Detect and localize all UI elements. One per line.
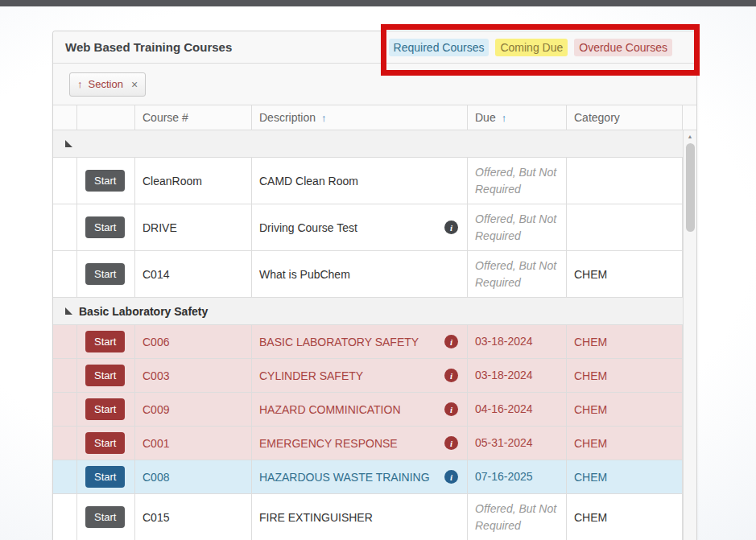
group-row[interactable] [53, 130, 696, 158]
table-row: Start C001 EMERGENCY RESPONSE i 05-31-20… [53, 427, 696, 460]
expand-cell [53, 251, 77, 297]
scrollbar-up-arrow[interactable]: ▲ [684, 130, 696, 142]
start-button[interactable]: Start [85, 216, 125, 238]
start-button[interactable]: Start [85, 331, 125, 352]
start-button[interactable]: Start [85, 432, 125, 454]
course-description: EMERGENCY RESPONSE [259, 437, 398, 450]
due-date: 03-18-2024 [468, 359, 567, 392]
expand-cell [53, 460, 77, 493]
description-cell: CYLINDER SAFETY i [252, 359, 468, 392]
header-category-label: Category [574, 111, 620, 124]
due-date: 03-18-2024 [468, 325, 567, 358]
due-date: 07-16-2025 [468, 460, 567, 493]
course-description: CAMD Clean Room [259, 175, 358, 188]
description-cell: EMERGENCY RESPONSE i [252, 427, 468, 460]
table-row: Start DRIVE Driving Course Test i Offere… [53, 204, 696, 251]
start-button[interactable]: Start [85, 263, 125, 285]
due-date: 04-16-2024 [468, 393, 567, 426]
training-courses-panel: Web Based Training Courses Required Cour… [52, 31, 697, 540]
group-name: Basic Laboratory Safety [79, 305, 208, 318]
info-icon[interactable]: i [444, 402, 458, 416]
expand-cell [53, 393, 77, 426]
info-icon[interactable]: i [444, 369, 458, 382]
course-description: What is PubChem [259, 268, 350, 281]
course-number: DRIVE [135, 204, 252, 250]
category: CHEM [567, 427, 683, 460]
course-description: Driving Course Test [259, 221, 357, 234]
category: CHEM [567, 325, 683, 358]
action-cell: Start [77, 494, 135, 540]
action-cell: Start [77, 251, 135, 297]
group-row[interactable]: Basic Laboratory Safety [53, 298, 696, 325]
course-number: C009 [135, 393, 252, 426]
header-category[interactable]: Category [567, 105, 683, 130]
collapse-icon[interactable] [65, 140, 72, 147]
header-description-label: Description [259, 111, 316, 124]
expand-cell [53, 158, 77, 204]
start-button[interactable]: Start [85, 365, 125, 386]
chip-close-icon[interactable]: × [131, 78, 138, 91]
header-course-label: Course # [143, 111, 188, 124]
table-row: Start C008 HAZARDOUS WASTE TRAINING i 07… [53, 460, 696, 494]
info-icon[interactable]: i [444, 335, 458, 348]
action-cell: Start [77, 359, 135, 392]
info-icon[interactable]: i [444, 436, 458, 450]
category: CHEM [567, 359, 683, 392]
table-row: Start C006 BASIC LABORATORY SAFETY i 03-… [53, 325, 696, 359]
action-cell: Start [77, 460, 135, 493]
header-description[interactable]: Description ↑ [252, 105, 468, 130]
start-button[interactable]: Start [85, 170, 125, 192]
table-body: Start CleanRoom CAMD Clean Room i Offere… [53, 130, 696, 540]
legend-overdue-courses: Overdue Courses [574, 39, 672, 56]
start-button[interactable]: Start [85, 398, 125, 420]
vertical-scrollbar[interactable]: ▲ [683, 130, 696, 540]
table-row: Start C009 HAZARD COMMINICATION i 04-16-… [53, 393, 696, 427]
expand-cell [53, 359, 77, 392]
sort-ascending-icon[interactable]: ↑ [77, 78, 83, 90]
due-date: Offered, But Not Required [468, 204, 567, 250]
due-date: Offered, But Not Required [468, 251, 567, 297]
course-number: C014 [135, 251, 252, 297]
category: CHEM [567, 460, 683, 493]
due-date: Offered, But Not Required [468, 494, 567, 540]
header-due[interactable]: Due ↑ [468, 105, 567, 130]
header-course-number[interactable]: Course # [135, 105, 252, 130]
category: CHEM [567, 393, 683, 426]
expand-cell [53, 427, 77, 460]
legend-coming-due: Coming Due [495, 39, 568, 56]
description-cell: Driving Course Test i [252, 204, 468, 250]
info-icon[interactable]: i [444, 221, 458, 234]
action-cell: Start [77, 158, 135, 204]
info-icon[interactable]: i [444, 470, 458, 484]
course-number: C015 [135, 494, 252, 540]
start-button[interactable]: Start [85, 506, 125, 528]
description-cell: FIRE EXTINGUISHER i [252, 494, 468, 540]
description-cell: CAMD Clean Room i [252, 158, 468, 204]
course-number: C003 [135, 359, 252, 392]
table-header-row: Course # Description ↑ Due ↑ Category [53, 105, 696, 130]
course-number: CleanRoom [135, 158, 252, 204]
sort-ascending-icon: ↑ [321, 112, 327, 124]
start-button[interactable]: Start [85, 466, 125, 488]
course-description: BASIC LABORATORY SAFETY [259, 336, 419, 348]
legend: Required Courses Coming Due Overdue Cour… [389, 39, 672, 56]
action-cell: Start [77, 204, 135, 250]
header-expand-column [53, 105, 77, 130]
description-cell: What is PubChem i [252, 251, 468, 297]
group-chip-section[interactable]: ↑ Section × [69, 72, 146, 97]
table-row: Start C003 CYLINDER SAFETY i 03-18-2024 … [53, 359, 696, 393]
course-number: C008 [135, 460, 252, 493]
grouping-toolbar: ↑ Section × [53, 64, 696, 105]
course-description: CYLINDER SAFETY [259, 369, 363, 382]
course-description: HAZARD COMMINICATION [259, 403, 401, 416]
collapse-icon[interactable] [65, 307, 72, 315]
category: CHEM [567, 494, 683, 540]
legend-required-courses: Required Courses [389, 39, 490, 56]
page-title: Web Based Training Courses [65, 40, 232, 54]
scrollbar-thumb[interactable] [686, 143, 695, 232]
description-cell: HAZARDOUS WASTE TRAINING i [252, 460, 468, 493]
table-row: Start C015 FIRE EXTINGUISHER i Offered, … [53, 494, 696, 540]
category: CHEM [567, 251, 683, 297]
due-date: Offered, But Not Required [468, 158, 567, 204]
panel-header: Web Based Training Courses Required Cour… [53, 31, 696, 64]
